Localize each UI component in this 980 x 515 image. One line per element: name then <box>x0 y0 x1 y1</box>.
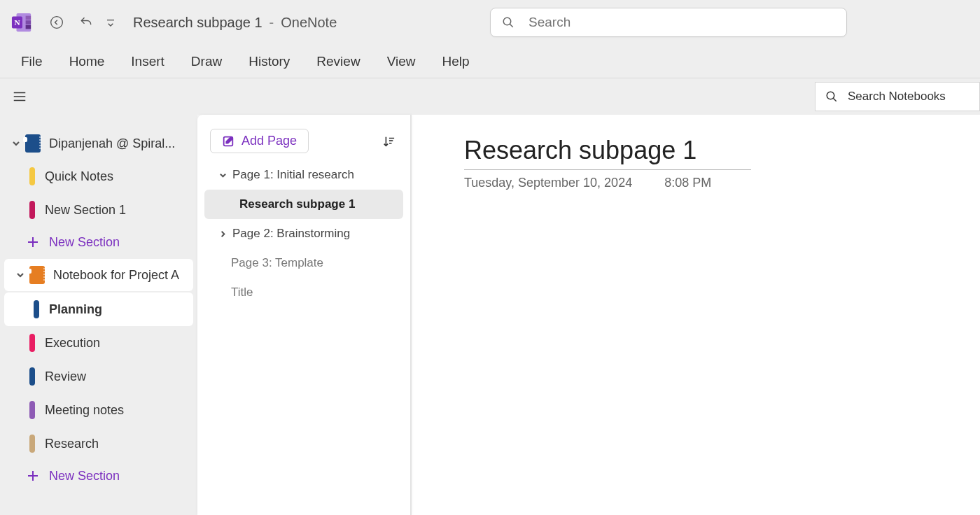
page-meta: Tuesday, September 10, 2024 8:08 PM <box>464 176 980 190</box>
ribbon-tabs: File Home Insert Draw History Review Vie… <box>0 45 980 78</box>
page-item[interactable]: Title <box>204 278 403 307</box>
page-item[interactable]: Page 1: Initial research <box>204 160 403 190</box>
ribbon-tab-insert[interactable]: Insert <box>130 51 166 72</box>
search-notebooks-box[interactable]: Search Notebooks <box>815 82 980 111</box>
notebook-name: Dipanjenah @ Spiral... <box>49 136 175 151</box>
back-button[interactable] <box>45 10 69 34</box>
page-label: Research subpage 1 <box>239 197 355 211</box>
ribbon-tab-draw[interactable]: Draw <box>190 51 223 72</box>
svg-rect-3 <box>26 25 31 29</box>
title-page-name: Research subpage 1 <box>133 15 262 31</box>
sort-pages-button[interactable] <box>379 132 398 150</box>
notebook-item[interactable]: Dipanjenah @ Spiral... <box>0 127 197 160</box>
title-app-name: OneNote <box>281 15 337 31</box>
page-label: Title <box>231 285 253 299</box>
page-content[interactable]: Research subpage 1 Tuesday, September 10… <box>412 115 980 515</box>
global-search-box[interactable] <box>490 8 847 37</box>
section-label: Planning <box>49 302 102 317</box>
plus-icon <box>27 470 39 482</box>
onenote-app-icon: N <box>11 12 32 33</box>
new-section-button[interactable]: New Section <box>0 460 197 491</box>
section-item[interactable]: Research <box>0 427 197 460</box>
page-date: Tuesday, September 10, 2024 <box>464 176 632 190</box>
section-label: Research <box>45 437 99 451</box>
section-item[interactable]: Planning <box>4 292 193 326</box>
svg-rect-2 <box>26 20 31 24</box>
svg-point-6 <box>51 17 63 29</box>
page-label: Page 1: Initial research <box>232 168 354 182</box>
main-area: Dipanjenah @ Spiral... Quick Notes New S… <box>0 115 980 515</box>
quick-access-dropdown-icon[interactable] <box>104 10 118 34</box>
svg-text:N: N <box>14 18 20 27</box>
section-color-swatch <box>29 334 35 352</box>
ribbon-tab-history[interactable]: History <box>247 51 291 72</box>
title-bar: N Research subpage 1 - OneNote <box>0 0 980 45</box>
section-color-swatch <box>29 367 35 386</box>
chevron-down-icon <box>14 271 27 279</box>
ribbon-tab-view[interactable]: View <box>386 51 417 72</box>
ribbon-tab-help[interactable]: Help <box>440 51 470 72</box>
global-search-input[interactable] <box>527 14 835 31</box>
search-notebooks-placeholder: Search Notebooks <box>848 90 946 104</box>
section-color-swatch <box>34 300 39 318</box>
chevron-right-icon <box>217 230 228 238</box>
section-item[interactable]: Quick Notes <box>0 160 197 193</box>
svg-point-8 <box>827 92 834 99</box>
title-separator: - <box>270 15 274 31</box>
section-color-swatch <box>29 401 35 419</box>
ribbon-tab-review[interactable]: Review <box>315 51 361 72</box>
page-label: Page 2: Brainstorming <box>232 227 350 241</box>
nav-toggle-button[interactable] <box>10 87 29 106</box>
page-item[interactable]: Page 2: Brainstorming <box>204 219 403 248</box>
svg-rect-1 <box>26 16 31 20</box>
search-icon <box>502 16 514 29</box>
notebook-name: Notebook for Project A <box>53 268 179 283</box>
page-time: 8:08 PM <box>664 176 711 190</box>
svg-point-7 <box>503 17 511 25</box>
notebook-icon <box>25 134 41 153</box>
notebook-container: Notebook for Project A <box>4 259 193 291</box>
chevron-down-icon <box>10 139 22 148</box>
undo-button[interactable] <box>74 10 98 34</box>
section-label: Meeting notes <box>45 403 124 418</box>
page-label: Page 3: Template <box>231 256 323 270</box>
window-title: Research subpage 1 - OneNote <box>133 15 337 31</box>
section-item[interactable]: New Section 1 <box>0 193 197 227</box>
notebook-sidebar: Dipanjenah @ Spiral... Quick Notes New S… <box>0 115 197 515</box>
section-item[interactable]: Execution <box>0 326 197 360</box>
new-section-button[interactable]: New Section <box>0 227 197 258</box>
add-page-button[interactable]: Add Page <box>210 129 309 153</box>
search-icon <box>825 90 838 103</box>
section-color-swatch <box>29 167 35 185</box>
page-list-pane: Add Page Page 1: Initial research Resear… <box>197 115 412 515</box>
section-item[interactable]: Review <box>0 360 197 393</box>
plus-icon <box>27 236 39 248</box>
section-label: Review <box>45 369 86 384</box>
notebook-item[interactable]: Notebook for Project A <box>4 259 193 291</box>
page-item[interactable]: Page 3: Template <box>204 248 403 278</box>
notebook-icon <box>29 266 45 284</box>
page-title[interactable]: Research subpage 1 <box>464 136 751 170</box>
new-section-label: New Section <box>49 235 120 250</box>
section-color-swatch <box>29 201 35 219</box>
add-page-label: Add Page <box>241 134 297 148</box>
section-color-swatch <box>29 435 35 453</box>
ribbon-tab-home[interactable]: Home <box>68 51 106 72</box>
chevron-down-icon <box>217 171 228 179</box>
section-item[interactable]: Meeting notes <box>0 393 197 427</box>
new-section-label: New Section <box>49 469 120 484</box>
section-label: Quick Notes <box>45 169 113 184</box>
ribbon-tab-file[interactable]: File <box>20 51 44 72</box>
sub-header: Search Notebooks <box>0 78 980 115</box>
page-item[interactable]: Research subpage 1 <box>204 190 403 219</box>
section-label: Execution <box>45 336 100 351</box>
add-page-icon <box>222 135 234 148</box>
section-label: New Section 1 <box>45 203 126 218</box>
